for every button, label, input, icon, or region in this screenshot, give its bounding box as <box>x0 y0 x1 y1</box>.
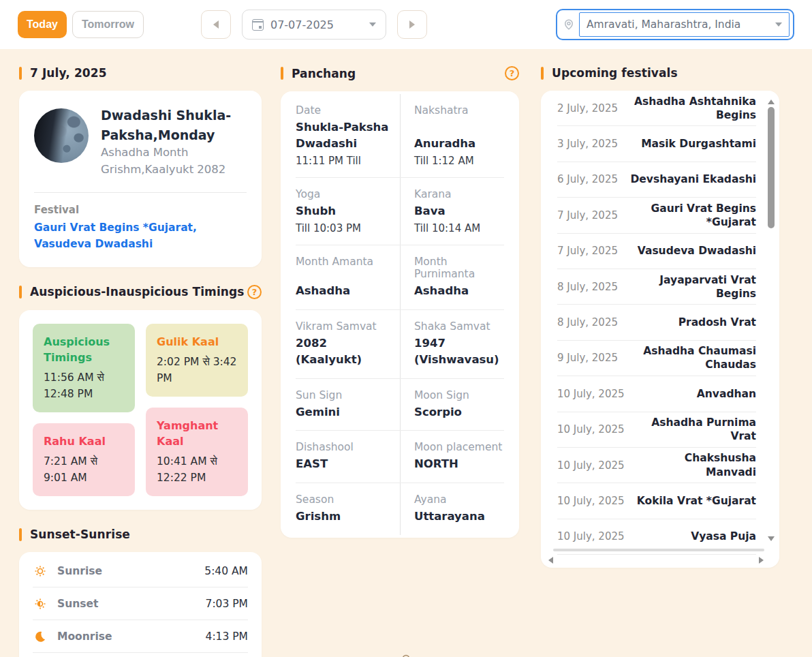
panchang-row: Month Amanta Ashadha Month Purnimanta As… <box>296 245 504 310</box>
day-summary-text: Dwadashi Shukla-Paksha,Monday Ashadha Mo… <box>101 106 247 179</box>
festival-row: 3 July, 2025 Masik Durgashtami <box>557 126 756 162</box>
scroll-right-icon[interactable] <box>759 557 767 564</box>
tile-time: 11:56 AM से 12:48 PM <box>44 369 124 402</box>
location-input[interactable]: Amravati, Maharashtra, India <box>579 12 790 37</box>
section-accent-bar <box>281 67 283 80</box>
sun-section-header: Sunset-Sunrise <box>19 528 262 541</box>
festival-label: Festival <box>34 204 247 216</box>
date-section-header: 7 July, 2025 <box>19 66 262 80</box>
timings-section-header: Auspicious-Inauspicious Timings ? <box>19 285 262 299</box>
festival-date: 6 July, 2025 <box>557 173 618 185</box>
horizontal-scrollbar-thumb[interactable] <box>553 549 764 551</box>
next-day-button[interactable] <box>397 10 427 39</box>
sun-row-label: Moonrise <box>57 630 112 643</box>
panchang-value: Uttarayana <box>414 508 504 525</box>
panchang-value: Shukla-Paksha Dwadashi <box>296 119 389 152</box>
help-icon[interactable]: ? <box>247 285 262 299</box>
festival-row: 10 July, 2025 Ashadha Purnima Vrat <box>557 412 756 448</box>
panchang-row: Date Shukla-Paksha Dwadashi 11:11 PM Til… <box>296 94 504 178</box>
chevron-left-icon <box>213 20 219 29</box>
decorative-flourish <box>243 652 569 657</box>
timings-column-right: Gulik Kaal 2:02 PM से 3:42 PM Yamghant K… <box>146 324 248 497</box>
date-picker[interactable]: 07-07-2025 <box>242 10 386 40</box>
panchang-section-header: Panchang ? <box>281 66 519 80</box>
panchang-sub: Till 10:03 PM <box>296 222 389 234</box>
date-nav-group: 07-07-2025 <box>201 10 427 40</box>
panchang-value: Ashadha <box>296 283 389 299</box>
panchang-card: Date Shukla-Paksha Dwadashi 11:11 PM Til… <box>281 91 519 538</box>
timings-section-title: Auspicious-Inauspicious Timings <box>30 285 245 299</box>
panchang-cell-karana: Karana Bava Till 10:14 AM <box>400 178 504 245</box>
festival-name: Ashadha Purnima Vrat <box>631 416 756 443</box>
festival-name: Masik Durgashtami <box>641 137 756 151</box>
festival-name: Jayaparvati Vrat Begins <box>625 273 756 301</box>
panchang-value: EAST <box>296 456 389 472</box>
festival-name: Ashadha Ashtahnika Begins <box>625 95 756 122</box>
panchang-row: Vikram Samvat 2082 (Kaalyukt) Shaka Samv… <box>296 310 504 379</box>
horizontal-scrollbar[interactable] <box>541 547 768 568</box>
scroll-left-icon[interactable] <box>545 557 553 564</box>
left-column: 7 July, 2025 Dwadashi Shukla-Paksha,Mond… <box>19 66 262 657</box>
help-icon[interactable]: ? <box>505 66 519 80</box>
festival-links[interactable]: Gauri Vrat Begins *Gujarat, Vasudeva Dwa… <box>34 219 247 252</box>
festivals-card: 2 July, 2025 Ashadha Ashtahnika Begins 3… <box>541 91 779 568</box>
panchang-cell-sun-sign: Sun Sign Gemini <box>296 379 400 431</box>
today-button[interactable]: Today <box>18 11 67 38</box>
panchang-value: Scorpio <box>414 404 504 421</box>
festival-date: 8 July, 2025 <box>557 316 618 328</box>
panchang-label: Shaka Samvat <box>414 320 504 333</box>
vertical-scrollbar[interactable] <box>766 95 776 546</box>
sun-row-label: Sunrise <box>57 565 102 577</box>
panchang-sub: Till 1:12 AM <box>414 155 504 167</box>
scroll-down-icon[interactable] <box>768 536 775 545</box>
panchang-cell-dishashool: Dishashool EAST <box>296 431 400 483</box>
previous-day-button[interactable] <box>201 10 231 39</box>
timings-card: Auspicious Timings 11:56 AM से 12:48 PM … <box>19 310 262 510</box>
rahu-kaal-tile: Rahu Kaal 7:21 AM से 9:01 AM <box>33 423 135 496</box>
tile-time: 7:21 AM से 9:01 AM <box>44 453 124 486</box>
festival-date: 10 July, 2025 <box>557 530 625 543</box>
festival-row: 7 July, 2025 Vasudeva Dwadashi <box>557 234 756 269</box>
panchang-cell-shaka-samvat: Shaka Samvat 1947 (Vishwavasu) <box>400 310 504 378</box>
panchang-value: 2082 (Kaalyukt) <box>296 335 389 368</box>
calendar-icon <box>252 19 264 31</box>
festival-row: 9 July, 2025 Ashadha Chaumasi Chaudas <box>557 341 756 376</box>
tile-title: Gulik Kaal <box>157 334 237 350</box>
festival-name: Devshayani Ekadashi <box>630 172 756 186</box>
panchang-cell-nakshatra: Nakshatra Anuradha Till 1:12 AM <box>400 94 504 177</box>
panchang-cell-vikram-samvat: Vikram Samvat 2082 (Kaalyukt) <box>296 310 400 378</box>
panchang-cell-month-purnimanta: Month Purnimanta Ashadha <box>400 245 504 309</box>
tile-time: 2:02 PM से 3:42 PM <box>157 354 237 386</box>
festival-name: Kokila Vrat *Gujarat <box>637 494 756 508</box>
chevron-right-icon <box>409 20 415 29</box>
festivals-section-header: Upcoming festivals <box>541 66 779 80</box>
panchang-row: Sun Sign Gemini Moon Sign Scorpio <box>296 379 504 431</box>
scroll-up-icon[interactable] <box>768 96 775 104</box>
tithi-title: Dwadashi Shukla-Paksha,Monday <box>101 106 247 144</box>
tile-title: Yamghant Kaal <box>157 418 237 449</box>
panchang-label: Season <box>296 493 389 506</box>
moonrise-row: Moonrise 4:13 PM <box>33 620 248 653</box>
tomorrow-button[interactable]: Tomorrow <box>72 11 144 38</box>
location-selector[interactable]: Amravati, Maharashtra, India <box>556 9 794 40</box>
panchang-label: Ayana <box>414 493 504 506</box>
panchang-value: Ashadha <box>414 283 504 299</box>
panchang-cell-moon-sign: Moon Sign Scorpio <box>400 379 504 431</box>
main-content: 7 July, 2025 Dwadashi Shukla-Paksha,Mond… <box>0 49 812 657</box>
festival-date: 2 July, 2025 <box>557 102 618 114</box>
panchang-value: Anuradha <box>414 136 504 152</box>
date-section-title: 7 July, 2025 <box>30 66 107 80</box>
moonrise-icon <box>33 630 48 643</box>
sunrise-icon <box>33 564 48 578</box>
festival-date: 9 July, 2025 <box>557 352 618 364</box>
festival-row: 10 July, 2025 Anvadhan <box>557 376 756 412</box>
vertical-scrollbar-thumb[interactable] <box>768 107 775 228</box>
sun-row-time: 7:03 PM <box>206 598 248 610</box>
tile-title: Rahu Kaal <box>44 433 124 449</box>
panchang-row: Season Grishm Ayana Uttarayana <box>296 483 504 535</box>
festival-row: 10 July, 2025 Chakshusha Manvadi <box>557 448 756 483</box>
section-accent-bar <box>19 286 22 299</box>
chevron-down-icon <box>369 22 376 30</box>
festivals-column: Upcoming festivals 2 July, 2025 Ashadha … <box>541 66 779 657</box>
panchang-label: Date <box>296 104 389 117</box>
